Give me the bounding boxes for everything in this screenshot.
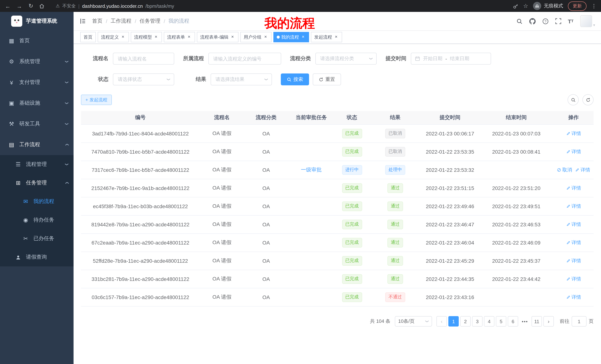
page-button[interactable]: 11 bbox=[531, 316, 542, 326]
search-icon[interactable] bbox=[516, 18, 522, 24]
close-icon[interactable]: × bbox=[263, 35, 268, 40]
fullscreen-icon[interactable] bbox=[555, 18, 561, 24]
chevron-down-icon: ❯ bbox=[167, 78, 170, 81]
tags-view-bar: 首页 × 流程定义 × 流程模型 × bbox=[74, 31, 601, 44]
close-icon[interactable]: × bbox=[230, 35, 235, 40]
user-menu[interactable]: ▾ bbox=[580, 15, 595, 27]
cell-id: 3ad174fb-7b9d-11ec-8404-acde48001122 bbox=[81, 131, 200, 136]
toggle-search-button[interactable] bbox=[568, 94, 579, 105]
page-button[interactable]: 4 bbox=[484, 316, 494, 326]
close-icon[interactable]: × bbox=[120, 35, 126, 40]
close-icon[interactable]: × bbox=[300, 35, 306, 40]
key-extension-icon[interactable] bbox=[513, 3, 518, 9]
col-result: 结果 bbox=[370, 114, 421, 121]
sidebar-item-todo-tasks[interactable]: ◉ 待办任务 bbox=[0, 211, 74, 229]
chevron-down-icon: ❯ bbox=[65, 163, 69, 166]
incognito-profile-chip[interactable]: 无痕模式 bbox=[533, 2, 563, 10]
date-range-picker[interactable]: 开始日期 - 结束日期 bbox=[411, 53, 491, 65]
app-logo[interactable]: 芋道管理系统 bbox=[0, 12, 74, 30]
sidebar-item-infra[interactable]: ▣ 基础设施 ❯ bbox=[0, 93, 74, 114]
result-select[interactable]: 请选择流结果 ❯ bbox=[210, 74, 272, 85]
page-button[interactable]: 1 bbox=[448, 316, 459, 326]
home-icon[interactable] bbox=[39, 3, 46, 9]
detail-link[interactable]: 详情 bbox=[566, 239, 581, 246]
sidebar-item-system[interactable]: ⚙ 系统管理 ❯ bbox=[0, 51, 74, 72]
close-icon[interactable]: × bbox=[186, 35, 192, 40]
person-icon bbox=[15, 254, 21, 260]
category-select[interactable]: 请选择流程分类 ❯ bbox=[315, 53, 377, 65]
page-button[interactable]: 3 bbox=[472, 316, 482, 326]
sidebar-item-leave-query[interactable]: 请假查询 bbox=[0, 248, 74, 266]
active-dot bbox=[277, 36, 280, 38]
breadcrumb-workflow[interactable]: 工作流程 bbox=[111, 18, 131, 25]
page-button[interactable]: 5 bbox=[496, 316, 506, 326]
update-button[interactable]: 更新 bbox=[568, 1, 587, 10]
view-tab[interactable]: 我的流程 × bbox=[273, 32, 309, 42]
table-row: 67c2eaab-7b9a-11ec-a290-acde48001122 OA … bbox=[81, 234, 594, 252]
sidebar-item-task-mgmt[interactable]: ⊞ 任务管理 ❯ bbox=[0, 174, 74, 192]
result-badge: 通过 bbox=[387, 201, 403, 211]
detail-link[interactable]: 详情 bbox=[566, 148, 581, 155]
detail-link[interactable]: 详情 bbox=[566, 221, 581, 228]
current-task-link[interactable]: 一级审批 bbox=[301, 167, 322, 173]
next-page-button[interactable]: › bbox=[543, 316, 554, 326]
font-size-icon[interactable]: TT bbox=[568, 18, 573, 24]
github-icon[interactable] bbox=[529, 18, 535, 24]
detail-link[interactable]: 详情 bbox=[566, 276, 581, 282]
detail-link[interactable]: 详情 bbox=[566, 203, 581, 210]
browser-menu-icon[interactable]: ⋮ bbox=[591, 3, 597, 9]
sidebar-item-my-process[interactable]: ✉ 我的流程 bbox=[0, 192, 74, 211]
breadcrumb-home[interactable]: 首页 bbox=[92, 18, 102, 25]
cell-category: OA bbox=[244, 258, 288, 264]
table-row: 331bc281-7b9a-11ec-a290-acde48001122 OA … bbox=[81, 270, 594, 288]
bookmark-star-icon[interactable]: ☆ bbox=[523, 3, 528, 9]
page-button[interactable]: ••• bbox=[520, 316, 530, 326]
process-definition-input[interactable] bbox=[208, 53, 281, 65]
view-tab[interactable]: 首页 × bbox=[80, 32, 96, 42]
page-button[interactable]: 2 bbox=[460, 316, 471, 326]
close-icon[interactable]: × bbox=[153, 35, 159, 40]
cancel-link[interactable]: 取消 bbox=[557, 167, 572, 173]
cell-end-time: 2022-01-23 00:07:03 bbox=[479, 131, 553, 136]
back-icon[interactable]: ← bbox=[4, 3, 11, 9]
search-button[interactable]: 搜索 bbox=[281, 74, 309, 85]
detail-link[interactable]: 详情 bbox=[566, 294, 581, 301]
sidebar-item-payment[interactable]: ¥ 支付管理 ❯ bbox=[0, 72, 74, 93]
view-tab[interactable]: 流程表单-编辑 × bbox=[197, 32, 239, 42]
close-icon[interactable]: × bbox=[334, 35, 339, 40]
process-name-input[interactable] bbox=[113, 53, 174, 65]
page-button[interactable]: 6 bbox=[508, 316, 518, 326]
jump-page-input[interactable] bbox=[572, 316, 587, 326]
detail-link[interactable]: 详情 bbox=[566, 185, 581, 192]
reload-icon[interactable]: ↻ bbox=[28, 3, 34, 9]
prev-page-button[interactable]: ‹ bbox=[436, 316, 447, 326]
page-size-select[interactable]: 10条/页 ❯ bbox=[395, 316, 432, 326]
create-process-button[interactable]: + 发起流程 bbox=[81, 95, 112, 105]
list-icon: ☰ bbox=[15, 161, 21, 168]
detail-link[interactable]: 详情 bbox=[575, 167, 590, 173]
status-select[interactable]: 请选择状态 ❯ bbox=[113, 74, 174, 85]
detail-link[interactable]: 详情 bbox=[566, 130, 581, 137]
help-icon[interactable] bbox=[542, 18, 549, 24]
forward-icon[interactable]: → bbox=[16, 3, 23, 9]
sidebar-item-done-tasks[interactable]: ✂ 已办任务 bbox=[0, 229, 74, 248]
sidebar-item-workflow[interactable]: ▤ 工作流程 ❯ bbox=[0, 134, 74, 155]
sidebar-item-devtools[interactable]: ⚒ 研发工具 ❯ bbox=[0, 114, 74, 134]
view-tab[interactable]: 流程定义 × bbox=[98, 32, 129, 42]
reset-button[interactable]: 重置 bbox=[313, 74, 341, 85]
sidebar-item-home[interactable]: ▦ 首页 bbox=[0, 30, 74, 51]
cell-name: OA 请假 bbox=[200, 294, 244, 301]
view-tab[interactable]: 流程表单 × bbox=[164, 32, 195, 42]
view-tab[interactable]: 流程模型 × bbox=[131, 32, 162, 42]
status-badge: 已完成 bbox=[342, 256, 362, 266]
sidebar-item-process-mgmt[interactable]: ☰ 流程管理 ❯ bbox=[0, 155, 74, 174]
view-tab[interactable]: 发起流程 × bbox=[311, 32, 342, 42]
cell-name: OA 请假 bbox=[200, 276, 244, 282]
breadcrumb-task-mgmt[interactable]: 任务管理 bbox=[140, 18, 160, 25]
address-bar[interactable]: ⚠ 不安全 | dashboard.yudao.iocoder.cn/bpm/t… bbox=[56, 3, 508, 9]
view-tab[interactable]: 用户分组 × bbox=[240, 32, 271, 42]
detail-link[interactable]: 详情 bbox=[566, 258, 581, 264]
sidebar-toggle-icon[interactable] bbox=[80, 18, 86, 25]
url-host: dashboard.yudao.iocoder.cn bbox=[82, 3, 143, 9]
refresh-button[interactable] bbox=[582, 94, 594, 105]
